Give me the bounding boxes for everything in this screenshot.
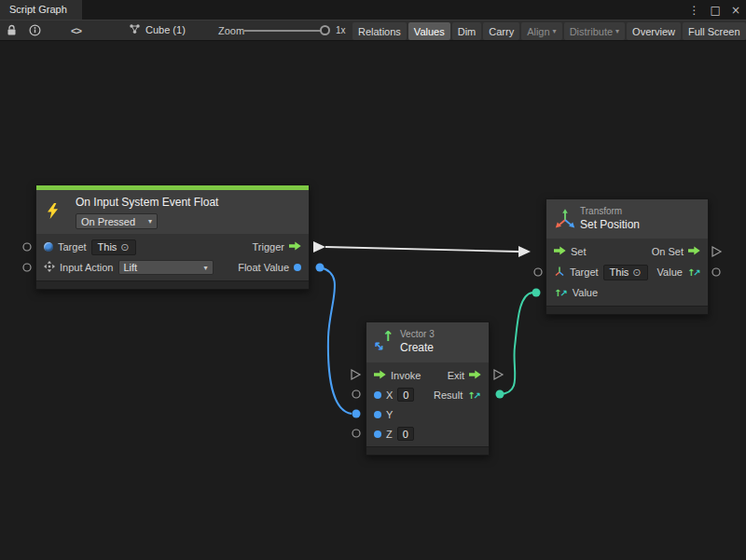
y-label: Y xyxy=(386,409,393,420)
node-footer xyxy=(36,280,309,289)
carry-button[interactable]: Carry xyxy=(483,22,519,40)
input-action-dropdown[interactable]: Lift ▾ xyxy=(118,260,214,275)
node-title: Set Position xyxy=(580,218,640,231)
node-type-label: Transform xyxy=(580,206,622,216)
float-type-icon xyxy=(374,430,381,438)
vector3-type-icon: ↑↗ xyxy=(554,287,568,298)
input-action-type-icon xyxy=(44,261,55,274)
on-set-label: On Set xyxy=(652,246,684,257)
target-object-field[interactable]: This ⊙ xyxy=(91,239,136,255)
script-graph-window: Script Graph ⋮ □ × <> Cube (1) Zoom 1x R… xyxy=(0,0,746,560)
dropdown-value: Lift xyxy=(124,262,138,273)
object-picker-icon: ⊙ xyxy=(632,266,641,279)
window-menu-button[interactable]: ⋮ xyxy=(689,4,700,17)
flow-arrow-icon xyxy=(469,370,481,381)
tab-script-graph[interactable]: Script Graph xyxy=(0,0,82,20)
lightning-icon xyxy=(47,203,59,221)
code-icon[interactable]: <> xyxy=(71,25,81,36)
float-type-icon xyxy=(294,264,301,271)
dropdown-value: On Pressed xyxy=(81,216,135,227)
x-value-field[interactable]: 0 xyxy=(397,388,414,402)
relations-button[interactable]: Relations xyxy=(352,22,407,40)
float-value-label: Float Value xyxy=(238,262,289,273)
trigger-label: Trigger xyxy=(253,241,284,253)
flow-arrow-icon xyxy=(374,370,386,381)
float-type-icon xyxy=(374,391,381,399)
align-button[interactable]: Align▾ xyxy=(521,22,561,40)
flow-arrow-icon xyxy=(688,246,700,257)
chevron-down-icon: ▾ xyxy=(553,27,557,35)
node-on-input-system-event-float[interactable]: On Input System Event Float On Pressed ▾… xyxy=(35,184,310,290)
value-out-label: Value xyxy=(657,266,683,278)
z-label: Z xyxy=(386,429,393,440)
maximize-button[interactable]: □ xyxy=(711,4,721,17)
graph-target-label: Cube (1) xyxy=(145,24,186,35)
graph-icon xyxy=(129,23,141,36)
values-button[interactable]: Values xyxy=(408,22,450,40)
zoom-label: Zoom xyxy=(218,25,244,36)
close-button[interactable]: × xyxy=(731,4,740,17)
vector3-type-icon: ↑↗ xyxy=(467,389,481,401)
node-type-label: Vector 3 xyxy=(400,329,435,339)
flow-arrow-icon xyxy=(554,246,566,257)
port-row-input-action: Input Action Lift ▾ Float Value xyxy=(36,257,309,278)
object-field-value: This xyxy=(98,241,117,253)
flow-arrow-icon xyxy=(289,241,301,253)
zoom-value: 1x xyxy=(336,25,346,35)
node-title: On Input System Event Float xyxy=(76,196,218,209)
node-title: Create xyxy=(400,341,434,354)
port-row-z: Z 0 xyxy=(366,424,489,444)
x-label: X xyxy=(386,389,393,401)
object-picker-icon: ⊙ xyxy=(120,241,129,253)
node-transform-set-position[interactable]: Transform Set Position Set On Set Target xyxy=(546,198,709,315)
zoom-slider[interactable] xyxy=(244,30,326,32)
port-row-value-in: ↑↗ Value xyxy=(546,282,708,303)
transform-type-icon xyxy=(554,266,565,279)
port-row-set-onset: Set On Set xyxy=(546,241,708,262)
target-label: Target xyxy=(570,266,599,278)
chevron-down-icon: ▾ xyxy=(203,264,207,272)
gameobject-type-icon xyxy=(44,242,53,252)
target-label: Target xyxy=(58,241,87,253)
port-row-y: Y xyxy=(366,404,489,424)
port-row-target: Target This ⊙ Trigger xyxy=(36,237,309,257)
chevron-down-icon: ▾ xyxy=(615,27,619,35)
event-mode-dropdown[interactable]: On Pressed ▾ xyxy=(76,213,158,229)
lock-icon[interactable] xyxy=(7,24,17,36)
node-footer xyxy=(546,306,708,314)
info-icon[interactable] xyxy=(29,24,41,36)
target-object-field[interactable]: This ⊙ xyxy=(603,265,648,280)
node-vector3-create[interactable]: ↑↔ Vector 3 Create Invoke Exit X 0 xyxy=(366,321,490,456)
graph-toolbar: <> Cube (1) Zoom 1x Relations Values Dim… xyxy=(0,20,746,41)
port-row-x-result: X 0 Result ↑↗ xyxy=(366,385,489,404)
object-field-value: This xyxy=(610,266,629,278)
toolbar-buttons: Relations Values Dim Carry Align▾ Distri… xyxy=(352,22,746,40)
distribute-button[interactable]: Distribute▾ xyxy=(564,22,625,40)
vector3-icon: ↑↔ xyxy=(374,329,396,357)
value-in-label: Value xyxy=(573,287,598,298)
vector3-type-icon: ↑↗ xyxy=(687,266,701,278)
exit-label: Exit xyxy=(448,370,464,381)
transform-icon xyxy=(555,208,575,232)
invoke-label: Invoke xyxy=(391,370,421,381)
chevron-down-icon: ▾ xyxy=(148,217,152,225)
zoom-slider-handle[interactable] xyxy=(320,25,330,35)
port-row-target-value: Target This ⊙ Value ↑↗ xyxy=(546,262,708,282)
input-action-label: Input Action xyxy=(60,262,114,273)
dim-button[interactable]: Dim xyxy=(452,22,482,40)
node-footer xyxy=(366,446,489,455)
set-label: Set xyxy=(571,246,587,257)
float-type-icon xyxy=(374,411,381,418)
full-screen-button[interactable]: Full Screen xyxy=(683,22,746,40)
z-value-field[interactable]: 0 xyxy=(397,427,414,441)
port-row-invoke-exit: Invoke Exit xyxy=(366,365,489,385)
overview-button[interactable]: Overview xyxy=(627,22,681,40)
result-label: Result xyxy=(434,389,463,401)
graph-target-selector[interactable]: Cube (1) xyxy=(129,23,186,36)
tab-label: Script Graph xyxy=(9,4,67,15)
title-bar: Script Graph ⋮ □ × xyxy=(0,0,746,20)
